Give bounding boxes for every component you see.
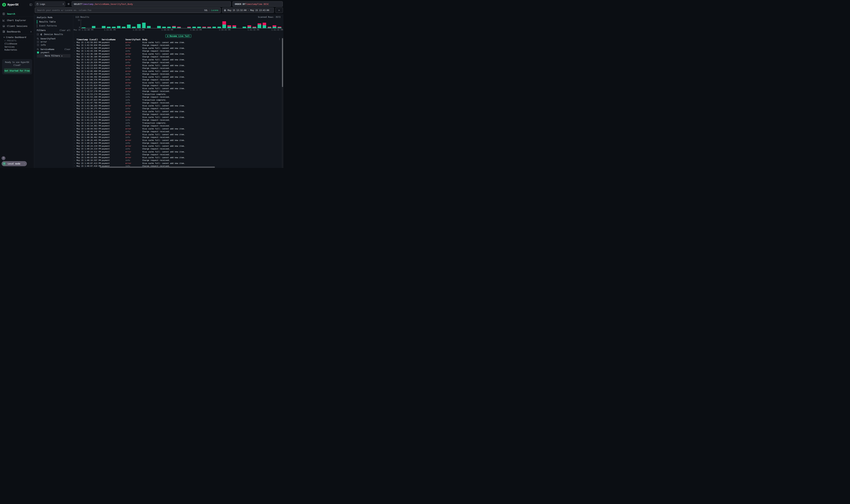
mode-event-patterns[interactable]: Event Patterns (37, 24, 70, 28)
info-bar-segment[interactable] (253, 28, 256, 28)
row-expand-chevron-icon[interactable]: › (74, 119, 76, 121)
resume-live-tail-button[interactable]: Resume Live Tail (165, 34, 191, 38)
row-expand-chevron-icon[interactable]: › (74, 125, 76, 127)
histogram-bin[interactable] (277, 20, 282, 28)
sql-mode-button[interactable]: SQL (204, 9, 208, 12)
row-expand-chevron-icon[interactable]: › (74, 59, 76, 61)
filter-option-info[interactable]: info (37, 43, 71, 47)
histogram-bin[interactable] (81, 20, 86, 28)
table-row[interactable]: ›May 15 1:42:04.376 PMpaymentinfoCharge … (73, 78, 281, 82)
row-expand-chevron-icon[interactable]: › (74, 145, 76, 147)
histogram-bin[interactable] (96, 20, 101, 28)
histogram-bin[interactable] (182, 20, 186, 28)
error-bar-segment[interactable] (222, 21, 226, 25)
histogram-bin[interactable] (192, 20, 197, 28)
info-bar-segment[interactable] (142, 23, 146, 28)
table-row[interactable]: ›May 15 1:40:26.444 PMpaymentinfoCharge … (73, 142, 281, 145)
info-bar-segment[interactable] (187, 28, 191, 28)
row-expand-chevron-icon[interactable]: › (74, 122, 76, 124)
table-row[interactable]: ›May 15 1:42:13.019 PMpaymentinfoCharge … (73, 67, 281, 70)
histogram-bin[interactable] (217, 20, 222, 28)
info-bar-segment[interactable] (228, 27, 231, 28)
info-bar-segment[interactable] (167, 27, 171, 28)
info-bar-segment[interactable] (137, 24, 141, 28)
histogram-bin[interactable] (126, 20, 131, 28)
row-expand-chevron-icon[interactable]: › (74, 47, 76, 49)
search-icon[interactable] (37, 48, 39, 50)
table-row[interactable]: ›May 15 1:41:53.260 PMpaymentinfoCharge … (73, 96, 281, 99)
histogram-bin[interactable] (131, 20, 137, 28)
search-icon[interactable] (37, 38, 39, 40)
info-bar-segment[interactable] (217, 27, 221, 28)
row-expand-chevron-icon[interactable]: › (74, 82, 76, 84)
table-row[interactable]: ›May 15 1:42:43.336 PMpaymentinfoCharge … (73, 50, 281, 53)
column-drag-handle-icon[interactable]: ⋮ (124, 38, 125, 40)
source-select[interactable]: Logs ▲▼ (35, 1, 65, 7)
info-bar-segment[interactable] (242, 27, 246, 28)
table-row[interactable]: ›May 15 1:42:50.834 PMpaymentinfoCharge … (73, 44, 281, 47)
row-expand-chevron-icon[interactable]: › (74, 56, 76, 58)
clear-all-filters-button[interactable]: Clear all (60, 29, 70, 32)
table-row[interactable]: ›May 15 1:40:10.601 PMpaymenterrorVisa c… (73, 156, 281, 159)
filter-option-payment[interactable]: ✓ payment (37, 51, 71, 54)
table-row[interactable]: ›May 15 1:40:38.462 PMpaymentinfoCharge … (73, 136, 281, 139)
row-expand-chevron-icon[interactable]: › (74, 131, 76, 132)
info-bar-segment[interactable] (202, 28, 206, 28)
info-bar-segment[interactable] (102, 26, 106, 28)
row-expand-chevron-icon[interactable]: › (74, 108, 76, 109)
table-row[interactable]: ›May 15 1:42:13.055 PMpaymenterrorVisa c… (73, 64, 281, 67)
column-header-servicename[interactable]: ⋮ServiceName (102, 38, 125, 41)
checkbox-unchecked[interactable] (37, 44, 39, 46)
table-row[interactable]: ›May 15 1:42:01.824 PMpaymenterrorVisa c… (73, 81, 281, 84)
sidebar-item-search[interactable]: Search (0, 12, 34, 16)
presets-toggle[interactable]: ∨ PRESETS (0, 39, 34, 42)
row-expand-chevron-icon[interactable]: › (74, 41, 76, 43)
select-query-input[interactable]: SELECT Timestamp, ServiceName, SeverityT… (72, 1, 231, 7)
table-row[interactable]: ›May 15 1:42:36.188 PMpaymenterrorVisa c… (73, 53, 281, 55)
info-bar-segment[interactable] (107, 27, 111, 28)
table-row[interactable]: ›May 15 1:40:26.445 PMpaymenterrorVisa c… (73, 139, 281, 142)
row-expand-chevron-icon[interactable]: › (74, 99, 76, 101)
table-row[interactable]: ›May 15 1:42:05.450 PMpaymentinfoCharge … (73, 73, 281, 76)
info-bar-segment[interactable] (162, 27, 166, 28)
info-bar-segment[interactable] (177, 28, 181, 28)
table-row[interactable]: ›May 15 1:40:24.214 PMpaymentinfoCharge … (73, 147, 281, 150)
error-bar-segment[interactable] (228, 25, 231, 27)
column-header-body[interactable]: ⋮Body (142, 38, 281, 41)
run-query-button[interactable]: ▷ (275, 7, 283, 13)
histogram-bin[interactable] (106, 20, 111, 28)
row-expand-chevron-icon[interactable]: › (74, 44, 76, 46)
table-row[interactable]: ›May 15 1:40:24.219 PMpaymenterrorVisa c… (73, 145, 281, 147)
error-bar-segment[interactable] (273, 25, 276, 27)
histogram-bin[interactable] (262, 20, 267, 28)
error-bar-segment[interactable] (248, 25, 251, 27)
row-expand-chevron-icon[interactable]: › (74, 105, 76, 107)
row-expand-chevron-icon[interactable]: › (74, 67, 76, 69)
row-expand-chevron-icon[interactable]: › (74, 165, 76, 167)
info-bar-segment[interactable] (258, 24, 261, 28)
table-row[interactable]: ›May 15 1:40:44.546 PMpaymentinfoCharge … (73, 130, 281, 133)
info-bar-segment[interactable] (132, 27, 136, 28)
mode-results-table[interactable]: Results Table (37, 20, 70, 23)
row-expand-chevron-icon[interactable]: › (74, 113, 76, 115)
table-options-menu-icon[interactable]: ⋮ (278, 38, 281, 40)
info-bar-segment[interactable] (147, 26, 151, 28)
info-bar-segment[interactable] (192, 27, 196, 28)
info-bar-segment[interactable] (92, 26, 95, 28)
table-row[interactable]: ›May 15 1:42:36.184 PMpaymentinfoCharge … (73, 55, 281, 58)
column-header-timestamp[interactable]: Timestamp (Local) (76, 38, 102, 41)
histogram-bin[interactable] (232, 20, 237, 28)
row-expand-chevron-icon[interactable]: › (74, 111, 76, 112)
table-row[interactable]: ›May 15 1:42:01.814 PMpaymentinfoCharge … (73, 84, 281, 87)
histogram-bin[interactable] (151, 20, 157, 28)
histogram-bin[interactable] (207, 20, 212, 28)
histogram-bin[interactable] (137, 20, 141, 28)
row-expand-chevron-icon[interactable]: › (74, 137, 76, 138)
checkbox-unchecked[interactable] (37, 41, 39, 43)
table-row[interactable]: ›May 15 1:41:57.183 PMpaymenterrorVisa c… (73, 87, 281, 90)
checkbox-checked[interactable]: ✓ (37, 51, 39, 54)
clear-servicename-button[interactable]: Clear (64, 48, 70, 51)
table-row[interactable]: ›May 15 1:42:43.360 PMpaymenterrorVisa c… (73, 47, 281, 50)
row-expand-chevron-icon[interactable]: › (74, 79, 76, 81)
row-expand-chevron-icon[interactable]: › (74, 70, 76, 72)
